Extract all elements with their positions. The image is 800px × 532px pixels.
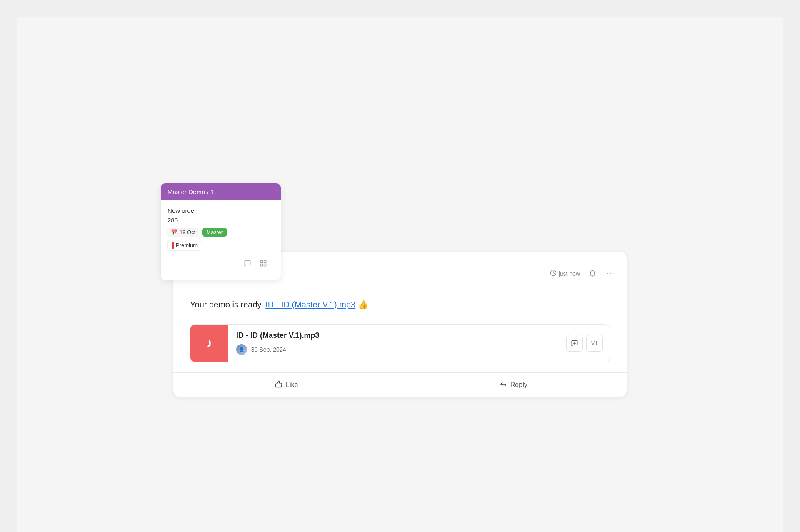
audio-file-card: ♪ ID - ID (Master V.1).mp3 👤 30 Sep, 202… bbox=[190, 324, 610, 362]
premium-tag: Premium bbox=[168, 240, 202, 251]
reply-label: Reply bbox=[510, 381, 528, 389]
svg-rect-1 bbox=[264, 260, 266, 262]
clock-icon bbox=[550, 270, 557, 277]
subtask-icon[interactable] bbox=[258, 257, 269, 269]
order-number: 280 bbox=[168, 217, 274, 224]
like-label: Like bbox=[286, 381, 298, 389]
audio-thumbnail: ♪ bbox=[190, 325, 228, 362]
avatar-image: 👤 bbox=[236, 344, 247, 355]
audio-date: 30 Sep, 2024 bbox=[251, 346, 286, 353]
audio-title: ID - ID (Master V.1).mp3 bbox=[236, 331, 558, 340]
message-body: Your demo is ready. bbox=[190, 300, 265, 309]
audio-info: ID - ID (Master V.1).mp3 👤 30 Sep, 2024 bbox=[228, 325, 566, 361]
timestamp: just now bbox=[550, 270, 580, 277]
time-text: just now bbox=[559, 270, 580, 277]
file-link[interactable]: ID - ID (Master V.1).mp3 bbox=[265, 300, 355, 309]
order-tags-row: 📅 19 Oct Master bbox=[168, 228, 274, 237]
order-card-title: Master Demo / 1 bbox=[168, 188, 214, 195]
thumbsup-emoji: 👍 bbox=[358, 300, 368, 309]
header-meta: just now ··· bbox=[550, 268, 617, 280]
audio-meta: 👤 30 Sep, 2024 bbox=[236, 344, 558, 355]
version-button[interactable]: V1 bbox=[586, 335, 603, 352]
add-comment-button[interactable] bbox=[566, 335, 583, 352]
svg-rect-2 bbox=[264, 264, 266, 266]
card-body: Your demo is ready. ID - ID (Master V.1)… bbox=[173, 285, 627, 372]
bell-icon[interactable] bbox=[587, 268, 598, 280]
order-date: 19 Oct bbox=[180, 229, 195, 235]
premium-label: Premium bbox=[176, 242, 198, 248]
message-text: Your demo is ready. ID - ID (Master V.1)… bbox=[190, 298, 610, 311]
more-options-icon[interactable]: ··· bbox=[605, 268, 617, 280]
order-card-actions bbox=[168, 254, 274, 273]
master-tag: Master bbox=[202, 228, 227, 237]
calendar-icon: 📅 bbox=[171, 229, 178, 235]
audio-actions: V1 bbox=[566, 335, 610, 352]
order-label: New order bbox=[168, 207, 274, 214]
comment-icon[interactable] bbox=[242, 257, 253, 269]
order-date-tag: 📅 19 Oct bbox=[168, 228, 199, 237]
order-card-header: Master Demo / 1 bbox=[161, 183, 281, 200]
music-note-icon: ♪ bbox=[206, 335, 212, 351]
reply-button[interactable]: Reply bbox=[400, 373, 627, 397]
premium-dot bbox=[172, 242, 174, 249]
thumbsup-icon bbox=[275, 380, 282, 390]
svg-rect-0 bbox=[260, 260, 262, 262]
order-card: Master Demo / 1 New order 280 📅 19 Oct M… bbox=[160, 183, 281, 280]
svg-rect-3 bbox=[260, 264, 262, 266]
reply-icon bbox=[500, 380, 507, 390]
like-button[interactable]: Like bbox=[173, 373, 400, 397]
avatar: 👤 bbox=[236, 344, 247, 355]
card-footer: Like Reply bbox=[173, 372, 627, 397]
